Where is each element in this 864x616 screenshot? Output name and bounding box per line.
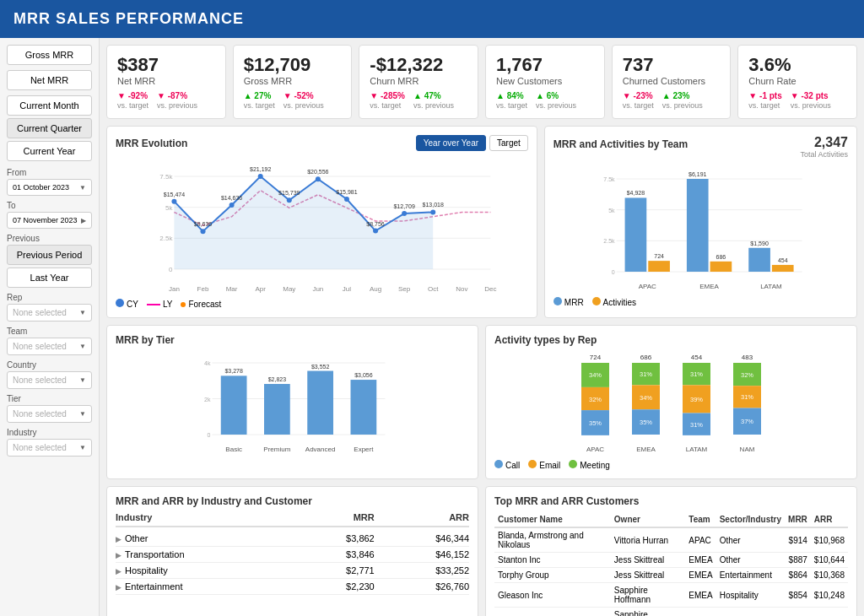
team-select[interactable]: None selected ▼ bbox=[7, 338, 92, 355]
svg-text:5k: 5k bbox=[165, 204, 173, 212]
tier-select[interactable]: None selected ▼ bbox=[7, 405, 92, 423]
svg-text:LATAM: LATAM bbox=[760, 283, 782, 290]
activity-types-title: Activity types by Rep bbox=[494, 334, 597, 346]
gross-mrr-button[interactable]: Gross MRR bbox=[7, 45, 92, 65]
svg-rect-55 bbox=[710, 262, 732, 272]
svg-point-8 bbox=[171, 199, 176, 204]
industry-table-title: MRR and ARR by Industry and Customer bbox=[116, 495, 469, 507]
email-legend: Email bbox=[528, 460, 560, 470]
svg-text:2.5k: 2.5k bbox=[159, 235, 173, 242]
customers-table-card: Top MRR and ARR Customers Customer NameO… bbox=[485, 486, 857, 616]
svg-point-22 bbox=[373, 229, 378, 234]
svg-text:Premium: Premium bbox=[263, 446, 290, 453]
svg-text:Aug: Aug bbox=[370, 285, 381, 293]
svg-text:5k: 5k bbox=[608, 208, 615, 213]
svg-text:0: 0 bbox=[612, 269, 615, 275]
svg-text:$4,928: $4,928 bbox=[627, 190, 645, 196]
svg-point-20 bbox=[344, 197, 349, 202]
svg-text:35%: 35% bbox=[589, 419, 602, 427]
year-over-year-toggle[interactable]: Year over Year bbox=[416, 135, 486, 151]
svg-text:$8,756: $8,756 bbox=[366, 221, 385, 227]
svg-point-10 bbox=[201, 229, 206, 234]
rep-label: Rep bbox=[7, 293, 92, 302]
industry-select[interactable]: None selected ▼ bbox=[7, 439, 92, 457]
svg-rect-78 bbox=[351, 380, 377, 435]
net-mrr-button[interactable]: Net MRR bbox=[7, 70, 92, 90]
current-quarter-option[interactable]: Current Quarter bbox=[7, 118, 92, 138]
header: MRR SALES PERFORMANCE bbox=[0, 0, 864, 38]
customer-table-row: Gleason IncSapphire HoffmannEMEAHospital… bbox=[494, 583, 848, 608]
svg-text:EMEA: EMEA bbox=[636, 446, 656, 453]
to-input[interactable]: 07 November 2023 ▶ bbox=[7, 212, 92, 229]
svg-text:7.5k: 7.5k bbox=[603, 176, 615, 182]
total-activities-value: 2,347 bbox=[800, 135, 848, 150]
svg-point-14 bbox=[258, 174, 263, 179]
country-label: Country bbox=[7, 360, 92, 370]
current-month-option[interactable]: Current Month bbox=[7, 95, 92, 116]
svg-text:$3,056: $3,056 bbox=[354, 372, 373, 378]
svg-text:$15,739: $15,739 bbox=[278, 190, 300, 196]
svg-text:0: 0 bbox=[208, 432, 211, 438]
svg-text:Dec: Dec bbox=[484, 285, 496, 293]
current-year-option[interactable]: Current Year bbox=[7, 141, 92, 161]
call-legend: Call bbox=[494, 460, 520, 470]
svg-point-24 bbox=[402, 211, 407, 216]
rep-select[interactable]: None selected ▼ bbox=[7, 304, 92, 322]
last-year-option[interactable]: Last Year bbox=[7, 267, 92, 288]
svg-text:Jun: Jun bbox=[312, 285, 323, 293]
svg-text:$14,636: $14,636 bbox=[221, 195, 242, 201]
svg-text:NAM: NAM bbox=[740, 446, 755, 453]
mrr-col-header: MRR bbox=[289, 512, 383, 522]
mrr-legend: MRR bbox=[554, 297, 584, 307]
svg-text:31%: 31% bbox=[741, 393, 753, 401]
kpi-card-4: 737 Churned Customers ▼ -23%vs. target▲ … bbox=[612, 45, 732, 119]
svg-text:$3,552: $3,552 bbox=[311, 364, 330, 370]
svg-text:2k: 2k bbox=[204, 397, 211, 403]
mrr-tier-card: MRR by Tier 4k2k0$3,278Basic$2,823Premiu… bbox=[106, 325, 478, 479]
svg-text:454: 454 bbox=[691, 354, 703, 361]
svg-text:$21,192: $21,192 bbox=[250, 166, 271, 172]
svg-text:May: May bbox=[283, 285, 295, 293]
customer-col-header: Sector/Industry bbox=[716, 512, 785, 527]
forecast-legend: Forecast bbox=[181, 300, 221, 309]
svg-text:34%: 34% bbox=[589, 371, 602, 379]
mrr-activities-card: MRR and Activities by Team 2,347 Total A… bbox=[544, 126, 857, 318]
svg-text:Oct: Oct bbox=[428, 285, 439, 293]
customers-table-title: Top MRR and ARR Customers bbox=[494, 495, 848, 507]
svg-text:32%: 32% bbox=[589, 396, 602, 403]
svg-rect-58 bbox=[748, 248, 770, 272]
svg-text:31%: 31% bbox=[690, 370, 703, 378]
country-select[interactable]: None selected ▼ bbox=[7, 371, 92, 389]
svg-text:Advanced: Advanced bbox=[305, 446, 336, 453]
svg-text:Expert: Expert bbox=[354, 446, 374, 453]
svg-text:$12,709: $12,709 bbox=[393, 203, 414, 209]
svg-rect-72 bbox=[264, 384, 290, 435]
previous-period-option[interactable]: Previous Period bbox=[7, 245, 92, 265]
mrr-evolution-title: MRR Evolution bbox=[116, 138, 187, 149]
kpi-card-1: $12,709 Gross MRR ▲ 27%vs. target▼ -52%v… bbox=[233, 45, 353, 119]
target-toggle[interactable]: Target bbox=[489, 135, 528, 151]
svg-text:Feb: Feb bbox=[197, 285, 209, 293]
to-label: To bbox=[7, 201, 92, 210]
kpi-card-5: 3.6% Churn Rate ▼ -1 ptsvs. target▼ -32 … bbox=[737, 45, 857, 119]
svg-rect-53 bbox=[687, 179, 709, 272]
industry-table-card: MRR and ARR by Industry and Customer Ind… bbox=[106, 486, 478, 616]
svg-text:LATAM: LATAM bbox=[686, 446, 708, 453]
svg-rect-48 bbox=[624, 197, 646, 272]
cy-legend: CY bbox=[116, 299, 138, 309]
tier-label: Tier bbox=[7, 394, 92, 403]
svg-text:APAC: APAC bbox=[586, 446, 604, 453]
svg-text:$8,636: $8,636 bbox=[194, 221, 213, 227]
svg-text:APAC: APAC bbox=[638, 283, 656, 290]
customer-table-row: Blanda, Armstrong and NikolausVittoria H… bbox=[494, 527, 848, 553]
svg-text:$15,981: $15,981 bbox=[336, 189, 357, 195]
ly-legend: LY bbox=[147, 300, 173, 309]
from-input[interactable]: 01 October 2023 ▼ bbox=[7, 179, 92, 196]
to-chevron-icon: ▶ bbox=[81, 217, 86, 224]
svg-text:31%: 31% bbox=[690, 421, 703, 429]
kpi-row: $387 Net MRR ▼ -92%vs. target▼ -87%vs. p… bbox=[106, 45, 857, 119]
page-title: MRR SALES PERFORMANCE bbox=[14, 10, 244, 27]
svg-text:$13,018: $13,018 bbox=[423, 202, 444, 208]
svg-text:Mar: Mar bbox=[226, 285, 238, 293]
svg-text:$20,556: $20,556 bbox=[307, 169, 328, 175]
